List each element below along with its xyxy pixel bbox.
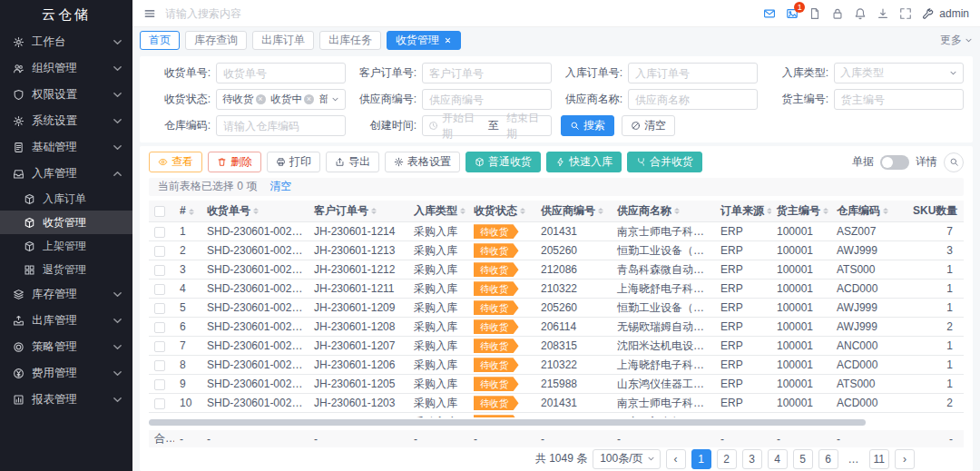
row-checkbox[interactable] — [154, 284, 165, 295]
bell-icon[interactable] — [854, 7, 867, 20]
tab[interactable]: 收货管理 — [387, 31, 461, 50]
table-row[interactable]: 5SHD-230601-00233JH-230601-1209采购入库待收货20… — [149, 299, 964, 318]
receipt-no-input[interactable] — [216, 63, 346, 83]
sort-icon[interactable] — [189, 206, 194, 218]
sort-icon[interactable] — [883, 205, 888, 217]
status-tag[interactable]: 待收货× — [222, 93, 266, 106]
page-button[interactable]: 5 — [793, 449, 813, 469]
page-button[interactable]: 2 — [717, 449, 737, 469]
remove-tag-icon[interactable]: × — [304, 94, 314, 104]
table-row[interactable]: 9SHD-230601-00229JH-230601-1205采购入库待收货21… — [149, 375, 964, 394]
column-header[interactable]: 货主编号 — [771, 201, 831, 222]
row-checkbox[interactable] — [154, 398, 165, 409]
lock-icon[interactable] — [831, 7, 844, 20]
menu-toggle-icon[interactable] — [143, 7, 156, 20]
column-header[interactable]: 订单来源 — [715, 201, 771, 222]
column-header[interactable]: # — [174, 201, 201, 222]
supplier-name-input[interactable] — [628, 89, 758, 110]
row-checkbox[interactable] — [154, 322, 165, 333]
next-page-button[interactable]: › — [895, 449, 915, 469]
file-icon[interactable] — [808, 7, 821, 20]
table-row[interactable]: 2SHD-230601-00236JH-230601-1213采购入库待收货20… — [149, 241, 964, 260]
fullscreen-icon[interactable] — [899, 7, 912, 20]
global-search-input[interactable] — [165, 7, 301, 20]
tab[interactable]: 库存查询 — [185, 31, 247, 50]
column-header[interactable]: 供应商名称 — [612, 201, 715, 222]
create-time-range[interactable]: 开始日期 至 结束日期 — [422, 115, 552, 136]
sort-icon[interactable] — [598, 205, 603, 217]
remove-tag-icon[interactable]: × — [256, 94, 266, 104]
page-button[interactable]: 6 — [818, 449, 838, 469]
page-button[interactable]: 3 — [742, 449, 762, 469]
table-row[interactable]: 10SHD-230601-00228JH-230601-1203采购入库待收货2… — [149, 394, 964, 413]
inbound-type-select[interactable]: 入库类型 — [834, 63, 964, 83]
sidebar-item[interactable]: 权限设置 — [0, 82, 132, 108]
column-header[interactable]: 收货单号 — [201, 201, 309, 222]
sidebar-item[interactable]: 策略管理 — [0, 334, 132, 360]
normal-receive-button[interactable]: 普通收货 — [466, 152, 541, 172]
sidebar-item[interactable]: 基础管理 — [0, 134, 132, 161]
table-row[interactable]: 8SHD-230601-00230JH-230601-1206采购入库待收货21… — [149, 356, 964, 375]
table-row[interactable]: 1SHD-230601-00237JH-230601-1214采购入库待收货20… — [149, 222, 964, 241]
sidebar-item[interactable]: 报表管理 — [0, 387, 132, 413]
page-button[interactable]: 1 — [691, 449, 711, 469]
download-icon[interactable] — [877, 7, 889, 20]
sort-icon[interactable] — [674, 205, 680, 217]
more-tabs-button[interactable]: 更多 — [940, 33, 973, 48]
column-header[interactable]: SKU数量 — [907, 201, 958, 222]
quick-inbound-button[interactable]: 快速入库 — [546, 152, 622, 172]
sort-icon[interactable] — [520, 205, 525, 217]
row-checkbox[interactable] — [154, 379, 165, 390]
table-row[interactable]: 11SHD-230601-00227JH-230601-1202采购入库待收货2… — [149, 413, 964, 418]
customer-order-no-input[interactable] — [422, 63, 552, 83]
sidebar-subitem[interactable]: 上架管理 — [0, 234, 132, 258]
column-header[interactable]: 入库类型 — [408, 201, 468, 222]
row-checkbox[interactable] — [154, 341, 165, 352]
sidebar-subitem[interactable]: 入库订单 — [0, 187, 132, 211]
view-button[interactable]: 查看 — [149, 152, 202, 172]
status-tag[interactable]: 部分收货× — [319, 93, 328, 106]
sort-icon[interactable] — [823, 205, 828, 217]
sidebar-item[interactable]: 费用管理 — [0, 360, 132, 387]
supplier-no-input[interactable] — [422, 89, 552, 110]
inbound-order-no-input[interactable] — [628, 63, 758, 83]
selection-clear-link[interactable]: 清空 — [270, 179, 291, 194]
tab[interactable]: 出库订单 — [252, 31, 314, 50]
row-checkbox[interactable] — [154, 227, 165, 238]
sidebar-item[interactable]: 组织管理 — [0, 55, 132, 82]
row-checkbox[interactable] — [154, 265, 165, 276]
select-all-checkbox[interactable] — [154, 206, 165, 217]
sidebar-item[interactable]: 系统设置 — [0, 108, 132, 134]
user-menu[interactable]: admin — [922, 7, 969, 20]
sidebar-item[interactable]: 入库管理 — [0, 161, 132, 187]
sort-icon[interactable] — [460, 205, 466, 217]
sidebar-subitem[interactable]: 收货管理 — [0, 211, 132, 234]
table-row[interactable]: 4SHD-230601-00234JH-230601-1211采购入库待收货21… — [149, 280, 964, 299]
row-checkbox[interactable] — [154, 360, 165, 371]
warehouse-code-input[interactable] — [216, 115, 346, 136]
sort-icon[interactable] — [371, 205, 377, 217]
tab[interactable]: 出库任务 — [319, 31, 381, 50]
sidebar-item[interactable]: 出库管理 — [0, 308, 132, 334]
column-header[interactable]: 应收数量 — [958, 201, 964, 222]
sidebar-item[interactable]: 工作台 — [0, 29, 132, 55]
row-checkbox[interactable] — [154, 303, 165, 314]
print-button[interactable]: 打印 — [267, 152, 320, 172]
column-header[interactable]: 仓库编码 — [831, 201, 907, 222]
tab[interactable]: 首页 — [140, 31, 180, 50]
mail-icon[interactable] — [763, 7, 776, 20]
page-button[interactable]: 4 — [768, 449, 788, 469]
row-checkbox[interactable] — [154, 246, 165, 257]
column-header[interactable]: 收货状态 — [468, 201, 535, 222]
table-search-button[interactable] — [944, 152, 964, 172]
prev-page-button[interactable]: ‹ — [666, 449, 686, 469]
column-header[interactable]: 客户订单号 — [309, 201, 408, 222]
table-row[interactable]: 7SHD-230601-00231JH-230601-1207采购入库待收货20… — [149, 337, 964, 356]
horizontal-scrollbar[interactable] — [149, 419, 866, 426]
page-button[interactable]: 11 — [869, 449, 889, 469]
search-button[interactable]: 搜索 — [561, 115, 614, 136]
sort-icon[interactable] — [767, 205, 771, 217]
receipt-status-select[interactable]: 待收货×收货中×部分收货× — [216, 89, 346, 110]
view-mode-toggle[interactable] — [880, 155, 909, 170]
merge-receive-button[interactable]: 合并收货 — [627, 152, 702, 172]
